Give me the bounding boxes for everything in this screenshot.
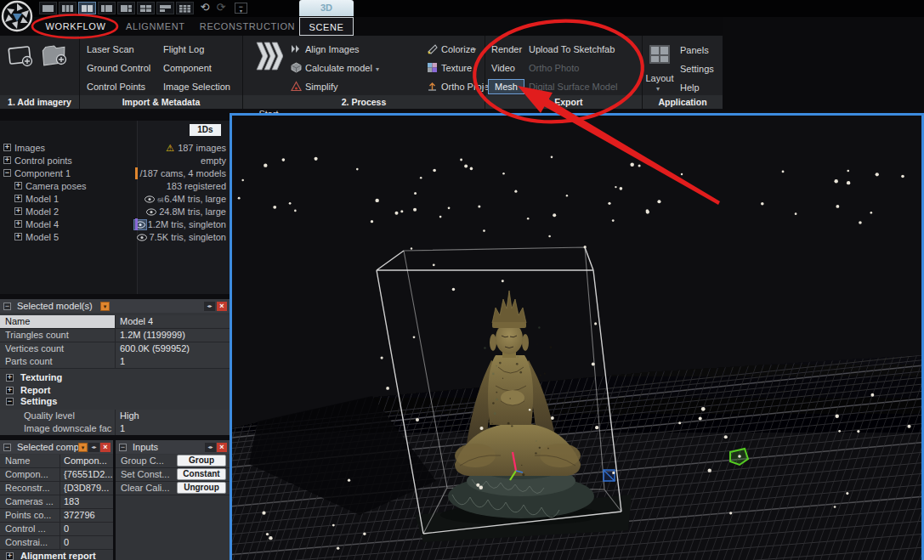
1ds-badge[interactable]: 1Ds xyxy=(190,124,221,136)
settings-button[interactable]: Settings xyxy=(680,63,714,75)
group-texturing[interactable]: +Texturing xyxy=(0,371,230,384)
layout-icon[interactable] xyxy=(649,44,671,66)
calculate-model-icon xyxy=(291,62,302,73)
layout-view-grid9-button[interactable] xyxy=(176,2,194,14)
property-row-parts[interactable]: Parts count1 xyxy=(0,355,230,369)
close-icon[interactable] xyxy=(100,443,111,452)
dock-toggle-icon[interactable] xyxy=(205,443,216,452)
start-icon[interactable] xyxy=(254,41,283,75)
control-points-button[interactable]: Control Points xyxy=(87,81,145,93)
layout-button[interactable]: Layout xyxy=(640,73,679,83)
add-folder-icon[interactable] xyxy=(39,41,71,71)
component-color-bar-orange xyxy=(135,167,138,179)
group-label-application: Application xyxy=(643,95,723,109)
group-alignment-report[interactable]: +Alignment report xyxy=(0,550,113,560)
redo-button[interactable] xyxy=(214,1,228,14)
layout-dropdown-icon[interactable] xyxy=(656,85,660,93)
close-icon[interactable] xyxy=(217,443,227,452)
quick-access-dropdown[interactable] xyxy=(235,3,247,14)
add-image-icon[interactable] xyxy=(7,42,36,71)
selected-models-panel: Selected model(s) NameModel 4 Triangles … xyxy=(0,299,230,435)
colorize-dropdown-icon[interactable] xyxy=(473,46,476,54)
selected-models-title-bar[interactable]: Selected model(s) xyxy=(0,299,230,313)
align-images-icon xyxy=(291,43,302,54)
3d-viewport[interactable] xyxy=(230,113,924,560)
layout-view-single-button[interactable] xyxy=(39,2,57,14)
tree-info-column: 1Ds 187 images empty /187 cams, 4 models… xyxy=(137,121,230,294)
property-row-downscale[interactable]: Image downscale fac...1 xyxy=(0,422,230,435)
flight-log-button[interactable]: Flight Log xyxy=(163,43,204,55)
model-color-bar-violet xyxy=(135,218,138,230)
calculate-model-button[interactable]: Calculate model xyxy=(305,62,379,74)
inputs-row-constraint: Set Const...Constant xyxy=(116,468,230,482)
property-row[interactable]: Constrai...0 xyxy=(0,536,113,550)
image-selection-button[interactable]: Image Selection xyxy=(163,81,230,93)
context-tab-group-3d: 3D xyxy=(299,0,354,16)
inputs-row-calibration: Clear Cali...Ungroup xyxy=(116,482,230,495)
selected-component-panel: Selected compo NameCompon... Compon...{7… xyxy=(0,440,113,560)
scene-canvas[interactable] xyxy=(232,116,921,560)
property-row-quality[interactable]: Quality levelHigh xyxy=(0,410,230,423)
selection-box-marker[interactable] xyxy=(604,470,615,481)
layout-view-right-split-button[interactable] xyxy=(117,2,135,14)
simplify-button[interactable]: Simplify xyxy=(305,81,338,93)
dock-toggle-icon[interactable] xyxy=(204,302,215,311)
tab-scene[interactable]: SCENE xyxy=(299,17,354,36)
layout-view-3col-button[interactable] xyxy=(59,2,77,14)
layout-view-2col-button[interactable] xyxy=(78,2,96,14)
tab-reconstruction[interactable]: RECONSTRUCTION xyxy=(197,17,298,36)
visibility-eye-icon[interactable] xyxy=(145,207,157,217)
panel-title: Selected model(s) xyxy=(17,301,93,311)
pin-icon[interactable] xyxy=(100,302,110,311)
group-button[interactable]: Group xyxy=(177,455,226,467)
mesh-button[interactable]: Mesh xyxy=(488,79,524,94)
pin-icon[interactable] xyxy=(78,443,88,452)
selected-component-title-bar[interactable]: Selected compo xyxy=(0,440,113,454)
laser-scan-button[interactable]: Laser Scan xyxy=(87,43,134,55)
property-row-name[interactable]: NameModel 4 xyxy=(0,315,230,329)
align-images-button[interactable]: Align Images xyxy=(305,43,360,55)
property-row[interactable]: Points co...372796 xyxy=(0,509,113,523)
property-row[interactable]: Compon...{76551D2... xyxy=(0,468,113,482)
constant-button[interactable]: Constant xyxy=(177,468,226,480)
property-row[interactable]: NameCompon... xyxy=(0,455,113,468)
layout-view-quad-button[interactable] xyxy=(137,2,155,14)
group-settings[interactable]: −Settings xyxy=(0,395,230,408)
property-row[interactable]: Control ...0 xyxy=(0,523,113,536)
upload-to-sketchfab-button[interactable]: Upload To Sketchfab xyxy=(529,43,615,55)
collapse-icon[interactable] xyxy=(3,444,11,451)
panels-button[interactable]: Panels xyxy=(680,44,709,56)
tab-workflow[interactable]: WORKFLOW xyxy=(39,17,112,36)
tab-alignment[interactable]: ALIGNMENT xyxy=(126,17,184,36)
render-button[interactable]: Render xyxy=(491,43,522,55)
component-button[interactable]: Component xyxy=(163,62,212,74)
digital-surface-model-button[interactable]: Digital Surface Model xyxy=(529,81,618,93)
close-icon[interactable] xyxy=(217,302,227,311)
ortho-photo-button[interactable]: Ortho Photo xyxy=(529,62,579,74)
ungroup-button[interactable]: Ungroup xyxy=(177,482,226,494)
undo-button[interactable] xyxy=(198,1,212,14)
visibility-eye-icon[interactable] xyxy=(136,233,148,242)
colorize-button[interactable]: Colorize xyxy=(441,43,475,55)
camera-frustum-marker[interactable] xyxy=(730,449,748,465)
ground-control-button[interactable]: Ground Control xyxy=(87,62,150,74)
dock-toggle-icon[interactable] xyxy=(88,443,99,452)
collapse-icon[interactable] xyxy=(3,303,11,310)
inputs-row-grouping: Group C...Group xyxy=(116,455,230,468)
property-row[interactable]: Reconstr...{D3D879... xyxy=(0,482,113,495)
video-button[interactable]: Video xyxy=(491,62,515,74)
collapse-icon[interactable] xyxy=(119,444,127,451)
property-row[interactable]: Cameras ...183 xyxy=(0,495,113,509)
colorize-icon xyxy=(427,43,438,54)
group-label-import-metadata: Import & Metadata xyxy=(80,95,242,109)
property-row-triangles[interactable]: Triangles count1.2M (1199999) xyxy=(0,329,230,342)
layout-view-left-split-button[interactable] xyxy=(98,2,116,14)
property-row-vertices[interactable]: Vertices count600.0K (599952) xyxy=(0,342,230,356)
visibility-eye-icon[interactable] xyxy=(144,195,156,204)
app-logo[interactable] xyxy=(1,0,34,33)
help-button[interactable]: Help xyxy=(680,82,700,93)
inputs-title-bar[interactable]: Inputs xyxy=(116,440,230,454)
texture-button[interactable]: Texture xyxy=(441,62,472,74)
layout-view-top-bottom-button[interactable] xyxy=(156,2,174,14)
inputs-panel: Inputs Group C...Group Set Const...Const… xyxy=(116,440,230,560)
